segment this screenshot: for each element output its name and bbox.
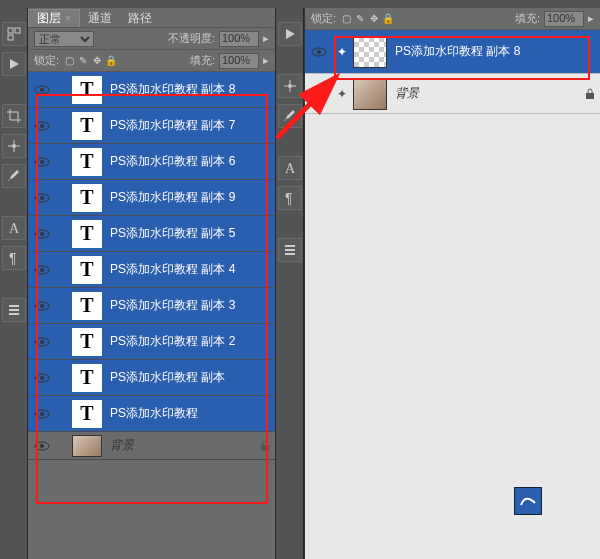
visibility-eye-icon[interactable] xyxy=(34,264,50,276)
lock-pixels-icon[interactable]: ▢ xyxy=(63,55,75,67)
layer-row[interactable]: T PS添加水印教程 副本 3 xyxy=(28,288,275,324)
app-topbar xyxy=(0,0,600,8)
lock-move-icon[interactable]: ✥ xyxy=(91,55,103,67)
lock-brush-icon[interactable]: ✎ xyxy=(77,55,89,67)
tab-layers[interactable]: 图层× xyxy=(28,9,80,27)
opacity-value[interactable]: 100% xyxy=(219,31,259,47)
visibility-eye-icon[interactable] xyxy=(34,300,50,312)
fill-value[interactable]: 100% xyxy=(219,53,259,69)
wand-icon[interactable] xyxy=(278,74,302,98)
layer-list: T PS添加水印教程 副本 8 T PS添加水印教程 副本 7 T PS添加水印… xyxy=(28,72,275,559)
layer-name: PS添加水印教程 副本 xyxy=(104,369,275,386)
brush-icon[interactable] xyxy=(2,164,26,188)
visibility-eye-icon[interactable] xyxy=(311,88,327,100)
layer-name: PS添加水印教程 副本 5 xyxy=(104,225,275,242)
fill-value[interactable]: 100% xyxy=(544,11,584,27)
crop-icon[interactable] xyxy=(2,104,26,128)
svg-point-4 xyxy=(12,144,16,148)
para-icon[interactable]: ¶ xyxy=(2,246,26,270)
bg-thumb xyxy=(72,435,102,457)
play-icon[interactable] xyxy=(278,22,302,46)
visibility-eye-icon[interactable] xyxy=(34,372,50,384)
lock-pixels-icon[interactable]: ▢ xyxy=(340,13,352,25)
visibility-eye-icon[interactable] xyxy=(34,156,50,168)
visibility-eye-icon[interactable] xyxy=(34,408,50,420)
tab-paths[interactable]: 路径 xyxy=(120,9,160,27)
layer-row[interactable]: T PS添加水印教程 副本 6 xyxy=(28,144,275,180)
blend-row: 正常 不透明度: 100% ▸ xyxy=(28,28,275,50)
svg-marker-30 xyxy=(286,29,295,39)
tab-channels[interactable]: 通道 xyxy=(80,9,120,27)
type-a-icon[interactable]: A xyxy=(278,156,302,180)
right-layers-panel: 锁定: ▢ ✎ ✥ 🔒 填充: 100% ▸ ✦ xyxy=(304,8,600,559)
para-icon[interactable]: ¶ xyxy=(278,186,302,210)
layer-thumb-T: T xyxy=(72,292,102,320)
bg-layer-name: 背景 xyxy=(104,437,255,454)
menu-icon[interactable] xyxy=(2,298,26,322)
visibility-eye-icon[interactable] xyxy=(34,336,50,348)
layer-thumb-T: T xyxy=(72,400,102,428)
lock-brush-icon[interactable]: ✎ xyxy=(354,13,366,25)
chevron-right-icon[interactable]: ▸ xyxy=(588,12,594,25)
wand-small-icon[interactable]: ✦ xyxy=(337,45,347,59)
brush-icon[interactable] xyxy=(278,104,302,128)
layer-name: PS添加水印教程 副本 7 xyxy=(104,117,275,134)
wand-icon[interactable] xyxy=(2,134,26,158)
lock-icon xyxy=(580,88,600,100)
opacity-label: 不透明度: xyxy=(168,31,215,46)
left-layers-panel: 图层× 通道 路径 正常 不透明度: 100% ▸ 锁定: ▢ ✎ ✥ 🔒 填充… xyxy=(28,8,276,559)
merged-layer-row[interactable]: ✦ PS添加水印教程 副本 8 xyxy=(305,30,600,74)
blend-mode-select[interactable]: 正常 xyxy=(34,31,94,47)
svg-rect-1 xyxy=(15,28,20,33)
visibility-eye-icon[interactable] xyxy=(34,84,50,96)
visibility-eye-icon[interactable] xyxy=(34,192,50,204)
layer-name: PS添加水印教程 xyxy=(104,405,275,422)
right-lock-row: 锁定: ▢ ✎ ✥ 🔒 填充: 100% ▸ xyxy=(305,8,600,30)
layer-thumb-T: T xyxy=(72,112,102,140)
visibility-eye-icon[interactable] xyxy=(34,440,50,452)
layer-thumb-T: T xyxy=(72,328,102,356)
chevron-right-icon[interactable]: ▸ xyxy=(263,54,269,67)
tool-arrange-icon[interactable] xyxy=(2,22,26,46)
lock-icons: ▢ ✎ ✥ 🔒 xyxy=(63,55,117,67)
bg-layer-name: 背景 xyxy=(389,85,580,102)
layer-row[interactable]: T PS添加水印教程 副本 5 xyxy=(28,216,275,252)
svg-text:A: A xyxy=(9,221,20,236)
menu-icon[interactable] xyxy=(278,238,302,262)
wand-small-icon[interactable]: ✦ xyxy=(337,87,347,101)
left-toolstrip: A ¶ xyxy=(0,8,28,559)
bg-thumb xyxy=(353,78,387,110)
layer-name: PS添加水印教程 副本 4 xyxy=(104,261,275,278)
chevron-right-icon[interactable]: ▸ xyxy=(263,32,269,45)
visibility-eye-icon[interactable] xyxy=(311,46,327,58)
type-a-icon[interactable]: A xyxy=(2,216,26,240)
svg-point-31 xyxy=(288,84,292,88)
layer-row[interactable]: T PS添加水印教程 副本 2 xyxy=(28,324,275,360)
layer-row[interactable]: T PS添加水印教程 副本 xyxy=(28,360,275,396)
svg-point-37 xyxy=(317,92,321,96)
bg-layer-row[interactable]: ✦ 背景 xyxy=(305,74,600,114)
play-icon[interactable] xyxy=(2,52,26,76)
bg-layer-row[interactable]: 背景 xyxy=(28,432,275,460)
svg-marker-3 xyxy=(10,59,19,69)
svg-point-16 xyxy=(40,232,44,236)
close-icon[interactable]: × xyxy=(65,13,71,24)
lock-all-icon[interactable]: 🔒 xyxy=(382,13,394,25)
layer-name: PS添加水印教程 副本 2 xyxy=(104,333,275,350)
svg-point-22 xyxy=(40,340,44,344)
layer-row[interactable]: T PS添加水印教程 副本 7 xyxy=(28,108,275,144)
lock-all-icon[interactable]: 🔒 xyxy=(105,55,117,67)
layer-row[interactable]: T PS添加水印教程 xyxy=(28,396,275,432)
svg-point-35 xyxy=(317,50,321,54)
svg-rect-38 xyxy=(586,93,594,99)
visibility-eye-icon[interactable] xyxy=(34,228,50,240)
layer-thumb-T: T xyxy=(72,76,102,104)
layer-row[interactable]: T PS添加水印教程 副本 8 xyxy=(28,72,275,108)
svg-point-14 xyxy=(40,196,44,200)
visibility-eye-icon[interactable] xyxy=(34,120,50,132)
layer-row[interactable]: T PS添加水印教程 副本 4 xyxy=(28,252,275,288)
lock-move-icon[interactable]: ✥ xyxy=(368,13,380,25)
layer-name: PS添加水印教程 副本 6 xyxy=(104,153,275,170)
layer-row[interactable]: T PS添加水印教程 副本 9 xyxy=(28,180,275,216)
svg-text:¶: ¶ xyxy=(9,250,17,266)
